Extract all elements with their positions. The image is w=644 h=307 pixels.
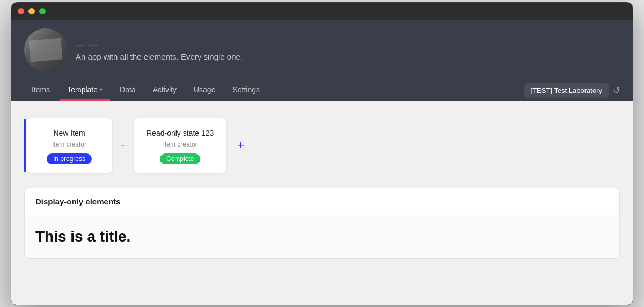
- display-section-header: Display-only elements: [25, 188, 619, 215]
- nav-item-data[interactable]: Data: [112, 80, 143, 101]
- header: — — An app with all the elements. Every …: [11, 20, 633, 101]
- minimize-button[interactable]: [28, 8, 35, 14]
- avatar: [24, 28, 67, 71]
- nav-item-usage[interactable]: Usage: [186, 80, 223, 101]
- workflow-area: New Item Item creator In progress ··· Re…: [24, 118, 620, 173]
- workflow-card-readonly[interactable]: Read-only state 123 Item creator Complet…: [134, 118, 226, 173]
- display-section: Display-only elements This is a title.: [24, 188, 620, 259]
- header-text: — — An app with all the elements. Every …: [76, 39, 243, 61]
- nav: Items Template ▾ Data Activity Usage Set…: [24, 80, 620, 101]
- nav-item-template[interactable]: Template ▾: [60, 80, 110, 101]
- avatar-image: [24, 28, 67, 71]
- nav-items: Items Template ▾ Data Activity Usage Set…: [24, 80, 524, 101]
- card-subtitle-new-item: Item creator: [52, 141, 86, 148]
- nav-item-items[interactable]: Items: [24, 80, 57, 101]
- app-window: — — An app with all the elements. Every …: [11, 2, 633, 305]
- maximize-button[interactable]: [39, 8, 46, 14]
- main-content: New Item Item creator In progress ··· Re…: [11, 101, 633, 305]
- card-subtitle-readonly: Item creator: [163, 141, 197, 148]
- workflow-cards: New Item Item creator In progress ··· Re…: [26, 118, 244, 173]
- test-badge[interactable]: [TEST] Test Laboratory: [524, 83, 609, 98]
- display-section-body: This is a title.: [25, 215, 619, 258]
- nav-item-settings[interactable]: Settings: [225, 80, 267, 101]
- nav-item-activity[interactable]: Activity: [145, 80, 184, 101]
- refresh-icon[interactable]: ↺: [613, 85, 620, 96]
- display-title: This is a title.: [35, 228, 609, 245]
- title-bar: [11, 3, 633, 20]
- chevron-down-icon: ▾: [100, 86, 103, 92]
- badge-complete: Complete: [160, 154, 200, 164]
- card-title-readonly: Read-only state 123: [147, 129, 214, 137]
- card-title-new-item: New Item: [53, 129, 85, 137]
- header-top: — — An app with all the elements. Every …: [24, 28, 620, 71]
- header-dash: — —: [76, 39, 243, 50]
- dots-menu-icon[interactable]: ···: [120, 141, 127, 150]
- badge-inprogress: In progress: [47, 154, 92, 164]
- add-card-button[interactable]: +: [237, 138, 244, 152]
- nav-right: [TEST] Test Laboratory ↺: [524, 83, 620, 98]
- header-subtitle: An app with all the elements. Every sing…: [76, 52, 243, 61]
- workflow-card-new-item[interactable]: New Item Item creator In progress ···: [26, 118, 112, 173]
- close-button[interactable]: [18, 8, 24, 14]
